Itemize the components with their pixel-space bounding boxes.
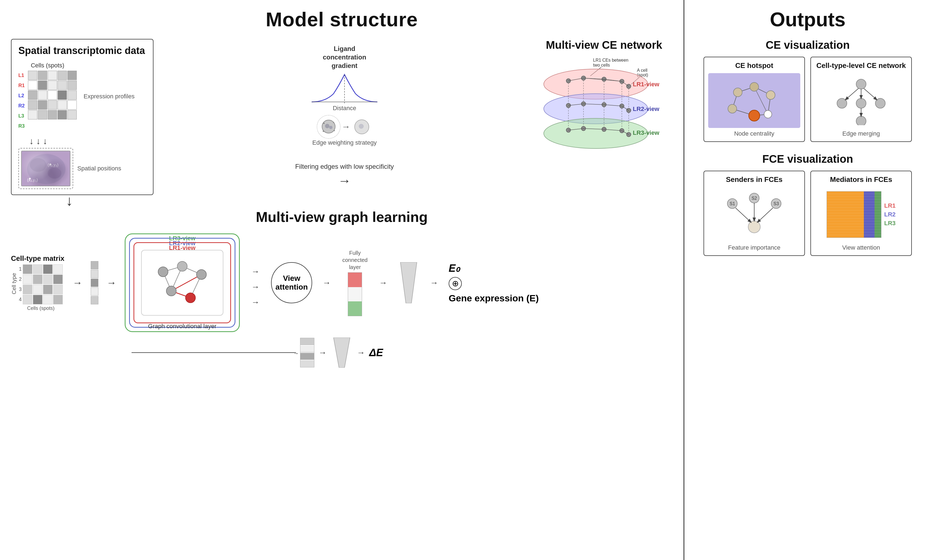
attention-output-arrow: → — [323, 278, 331, 288]
view-attention-ellipse: View attention — [271, 262, 312, 303]
delta-e-fc-svg — [331, 337, 353, 368]
svg-point-93 — [728, 105, 737, 113]
svg-point-98 — [856, 98, 866, 108]
spatial-positions-label: Spatial positions — [77, 165, 121, 172]
filter-label: Filtering edges with low specificity — [295, 163, 394, 171]
fc-to-e0-arrow: → — [430, 278, 438, 288]
row-number-labels: 1 2 3 4 — [19, 265, 22, 305]
svg-line-103 — [864, 89, 877, 100]
tissue-image: (x₁,y₁) (x₂,y₂) — [21, 151, 71, 186]
ce-viz-title: CE visualization — [695, 39, 920, 51]
svg-point-94 — [749, 110, 760, 121]
main-container: Model structure Spatial transcriptomic d… — [0, 0, 931, 560]
ce-viz-boxes: CE hotspot — [695, 57, 920, 142]
svg-text:LR2-view: LR2-view — [633, 106, 659, 112]
svg-point-78 — [197, 269, 206, 280]
mvgl-section: Multi-view graph learning Cell-type matr… — [11, 209, 672, 368]
vector-to-gcn-arrow: → — [107, 277, 117, 289]
svg-text:(x₂,y₂): (x₂,y₂) — [48, 163, 58, 167]
bottom-flow: Cell-type matrix Cell type 1 2 3 — [11, 234, 672, 332]
cell-type-y-label: Cell type — [11, 265, 17, 303]
cell-arrow-diagram: → — [319, 117, 370, 137]
svg-text:S1: S1 — [729, 202, 735, 206]
mvgl-title: Multi-view graph learning — [11, 209, 672, 225]
celltype-grid — [23, 265, 63, 305]
gradient-section: Ligand concentration gradient Distance — [154, 45, 536, 188]
heatmap — [826, 191, 882, 238]
matrix-left-col: 1 2 3 4 — [19, 265, 63, 311]
ce-network-box: Cell-type-level CE network — [810, 57, 912, 142]
senders-title: Senders in FCEs — [708, 175, 800, 184]
svg-point-92 — [766, 91, 775, 100]
svg-marker-81 — [400, 262, 417, 303]
expression-profiles-label: Expression profiles — [83, 93, 135, 100]
node-centrality-label: Node centrality — [708, 130, 800, 137]
svg-text:S2: S2 — [751, 196, 757, 200]
delta-e-label: ΔE — [369, 347, 383, 358]
bar-green — [348, 302, 362, 316]
svg-point-76 — [158, 267, 168, 277]
svg-point-111 — [748, 221, 760, 233]
svg-point-6 — [29, 178, 31, 180]
svg-line-112 — [736, 208, 751, 222]
ce-hotspot-title: CE hotspot — [708, 62, 800, 70]
right-panel: Outputs CE visualization CE hotspot — [684, 0, 931, 560]
svg-text:A cell: A cell — [637, 68, 647, 72]
distance-label: Distance — [333, 105, 356, 112]
ce-network-section: Multi-view CE network LR1 CEs between tw… — [536, 39, 672, 150]
fce-visualization-section: FCE visualization Senders in FCEs S1 S2 — [695, 153, 920, 256]
svg-text:S3: S3 — [773, 202, 779, 206]
lr3-legend-label: LR3 — [884, 220, 896, 227]
matrix-wrapper: Cell type 1 2 3 4 — [11, 265, 65, 311]
mediators-diagram: LR1 LR2 LR3 — [815, 187, 907, 242]
matrix-to-gcn-arrow: → — [72, 277, 83, 289]
svg-point-79 — [166, 286, 176, 296]
hotspot-diagram — [708, 73, 800, 128]
feature-importance-label: Feature importance — [708, 244, 800, 251]
view-attention-sub-label: View attention — [815, 244, 907, 251]
svg-marker-82 — [334, 337, 350, 368]
edge-strategy-label: Edge weighting strategy — [312, 139, 377, 146]
lr1-legend-label: LR1 — [884, 202, 896, 209]
svg-line-114 — [757, 208, 773, 222]
delta-e-row: → → → ΔE — [132, 337, 672, 368]
lr-legend: LR1 LR2 LR3 — [884, 202, 896, 227]
svg-line-101 — [845, 89, 859, 100]
svg-point-18 — [359, 124, 364, 129]
ce-network-title: Multi-view CE network — [536, 39, 672, 51]
tissue-section: (x₁,y₁) (x₂,y₂) Spatial positions — [18, 148, 146, 189]
svg-text:LR3-view: LR3-view — [633, 129, 659, 136]
dashed-arrow: ↓ ↓ ↓ — [29, 136, 146, 146]
top-section: Spatial transcriptomic data Cells (spots… — [11, 39, 672, 195]
e0-label: E₀ — [449, 262, 460, 274]
fc-label: Fully connected layer — [341, 249, 369, 271]
ligand-arrow: → — [342, 122, 350, 132]
cell-grid — [28, 71, 77, 120]
celltype-matrix-title: Cell-type matrix — [11, 254, 65, 263]
color-bar-stack — [348, 272, 362, 316]
svg-text:LR1 CEs between: LR1 CEs between — [593, 58, 628, 63]
celltype-matrix: Cell-type matrix Cell type 1 2 3 — [11, 254, 65, 311]
svg-point-1 — [27, 154, 66, 184]
svg-rect-0 — [22, 151, 71, 186]
senders-diagram: S1 S2 S3 — [708, 187, 800, 242]
fce-viz-title: FCE visualization — [695, 153, 920, 165]
fce-viz-boxes: Senders in FCEs S1 S2 S3 — [695, 171, 920, 256]
gene-labels: Cells (spots) L1 R1 L2 R2 L3 R3 — [18, 62, 77, 131]
ce-network-title: Cell-type-level CE network — [815, 62, 907, 70]
svg-text:(x₁,y₁): (x₁,y₁) — [27, 178, 38, 182]
svg-point-3 — [48, 168, 62, 178]
svg-point-97 — [837, 98, 847, 108]
bar-white — [348, 287, 362, 302]
svg-text:two cells: two cells — [593, 63, 610, 68]
ce-network-diagram — [815, 73, 907, 128]
svg-point-90 — [733, 88, 742, 97]
gene-expression-label: Gene expression (E) — [449, 293, 539, 303]
ce-visualization-section: CE visualization CE hotspot — [695, 39, 920, 142]
ce-hotspot-box: CE hotspot — [703, 57, 805, 142]
gcn-label: Graph convolutional layer — [125, 323, 240, 330]
right-arrow: → — [338, 173, 351, 188]
edge-merging-label: Edge merging — [815, 130, 907, 137]
svg-point-96 — [856, 79, 866, 89]
gene-label-col: L1 R1 L2 R2 L3 R3 — [18, 71, 25, 131]
